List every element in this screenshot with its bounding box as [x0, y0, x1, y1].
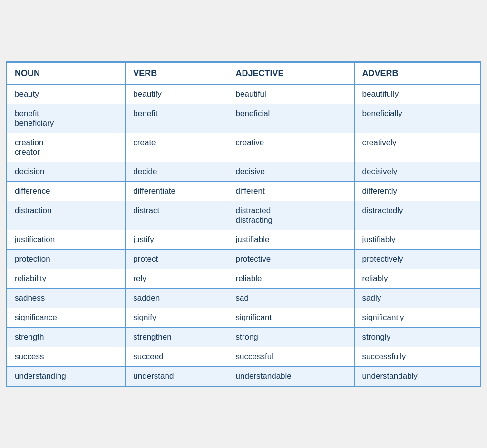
- cell-adverb: reliably: [354, 269, 480, 288]
- cell-adverb: protectively: [354, 249, 480, 269]
- cell-adjective: different: [228, 181, 354, 201]
- cell-noun: significance: [7, 308, 126, 327]
- cell-verb: distract: [126, 201, 228, 230]
- cell-adjective: successful: [228, 347, 354, 366]
- cell-verb: decide: [126, 162, 228, 181]
- cell-verb: differentiate: [126, 181, 228, 201]
- cell-verb: justify: [126, 230, 228, 249]
- cell-verb: rely: [126, 269, 228, 288]
- table-row: distractiondistractdistracteddistracting…: [7, 201, 480, 230]
- cell-noun: sadness: [7, 288, 126, 308]
- cell-adverb: successfully: [354, 347, 480, 366]
- cell-verb: signify: [126, 308, 228, 327]
- table-row: beautybeautifybeautifulbeautifully: [7, 84, 480, 104]
- cell-noun: reliability: [7, 269, 126, 288]
- table-row: strengthstrengthenstrongstrongly: [7, 327, 480, 347]
- table-header-row: NOUN VERB ADJECTIVE ADVERB: [7, 62, 480, 84]
- cell-adverb: beneficially: [354, 104, 480, 133]
- table-row: understandingunderstandunderstandableund…: [7, 366, 480, 386]
- cell-noun: distraction: [7, 201, 126, 230]
- cell-adjective: sad: [228, 288, 354, 308]
- table-row: creationcreatorcreatecreativecreatively: [7, 133, 480, 162]
- cell-adverb: distractedly: [354, 201, 480, 230]
- cell-adjective: protective: [228, 249, 354, 269]
- cell-adjective: beneficial: [228, 104, 354, 133]
- cell-adverb: significantly: [354, 308, 480, 327]
- cell-adjective: justifiable: [228, 230, 354, 249]
- cell-verb: strengthen: [126, 327, 228, 347]
- cell-adjective: strong: [228, 327, 354, 347]
- header-adverb: ADVERB: [354, 62, 480, 84]
- cell-adverb: strongly: [354, 327, 480, 347]
- cell-adjective: significant: [228, 308, 354, 327]
- cell-noun: creationcreator: [7, 133, 126, 162]
- cell-verb: beautify: [126, 84, 228, 104]
- cell-noun: benefitbeneficiary: [7, 104, 126, 133]
- cell-adverb: creatively: [354, 133, 480, 162]
- cell-adjective: decisive: [228, 162, 354, 181]
- cell-noun: success: [7, 347, 126, 366]
- table-row: justificationjustifyjustifiablejustifiab…: [7, 230, 480, 249]
- table-row: successsucceedsuccessfulsuccessfully: [7, 347, 480, 366]
- table-row: benefitbeneficiarybenefitbeneficialbenef…: [7, 104, 480, 133]
- cell-noun: justification: [7, 230, 126, 249]
- cell-verb: sadden: [126, 288, 228, 308]
- table-row: reliabilityrelyreliablereliably: [7, 269, 480, 288]
- cell-adjective: reliable: [228, 269, 354, 288]
- header-verb: VERB: [126, 62, 228, 84]
- cell-adjective: creative: [228, 133, 354, 162]
- cell-verb: succeed: [126, 347, 228, 366]
- table-row: sadnesssaddensadsadly: [7, 288, 480, 308]
- table-row: significancesignifysignificantsignifican…: [7, 308, 480, 327]
- cell-noun: strength: [7, 327, 126, 347]
- word-forms-table-container: NOUN VERB ADJECTIVE ADVERB beautybeautif…: [6, 61, 481, 387]
- cell-noun: decision: [7, 162, 126, 181]
- table-row: decisiondecidedecisivedecisively: [7, 162, 480, 181]
- word-forms-table: NOUN VERB ADJECTIVE ADVERB beautybeautif…: [7, 62, 480, 386]
- table-row: differencedifferentiatedifferentdifferen…: [7, 181, 480, 201]
- cell-adjective: distracteddistracting: [228, 201, 354, 230]
- cell-adjective: understandable: [228, 366, 354, 386]
- cell-noun: difference: [7, 181, 126, 201]
- cell-adverb: beautifully: [354, 84, 480, 104]
- cell-adverb: differently: [354, 181, 480, 201]
- header-noun: NOUN: [7, 62, 126, 84]
- cell-noun: beauty: [7, 84, 126, 104]
- cell-adverb: justifiably: [354, 230, 480, 249]
- cell-verb: protect: [126, 249, 228, 269]
- header-adjective: ADJECTIVE: [228, 62, 354, 84]
- cell-verb: benefit: [126, 104, 228, 133]
- cell-noun: understanding: [7, 366, 126, 386]
- cell-verb: understand: [126, 366, 228, 386]
- cell-adverb: decisively: [354, 162, 480, 181]
- cell-adjective: beautiful: [228, 84, 354, 104]
- table-row: protectionprotectprotectiveprotectively: [7, 249, 480, 269]
- cell-adverb: sadly: [354, 288, 480, 308]
- cell-noun: protection: [7, 249, 126, 269]
- cell-verb: create: [126, 133, 228, 162]
- cell-adverb: understandably: [354, 366, 480, 386]
